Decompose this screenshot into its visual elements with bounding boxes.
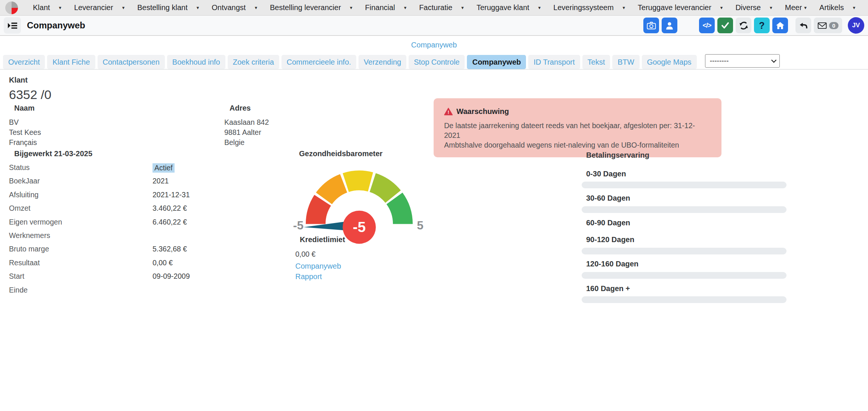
- tab-klant-fiche[interactable]: Klant Fiche: [47, 55, 95, 69]
- menu-item-ontvangst[interactable]: Ontvangst▾: [212, 3, 257, 12]
- menu-item-diverse[interactable]: Diverse▾: [735, 3, 772, 12]
- tab-btw[interactable]: BTW: [612, 55, 639, 69]
- table-row: BoekJaar2021: [9, 177, 218, 190]
- envelope-icon: [818, 22, 827, 29]
- menu-item-klant[interactable]: Klant▾: [33, 3, 61, 12]
- warning-line: De laatste jaarrekening dateert reeds va…: [444, 121, 711, 140]
- chevron-down-icon: ▾: [122, 5, 125, 10]
- aging-bucket-bar: [582, 296, 787, 303]
- contact-person-button[interactable]: [662, 18, 677, 33]
- chevron-down-icon: ▾: [770, 5, 772, 10]
- tab-zoek-criteria[interactable]: Zoek criteria: [228, 55, 279, 69]
- menu-item-facturatie[interactable]: Facturatie▾: [419, 3, 464, 12]
- chevron-down-icon: ▾: [404, 5, 407, 10]
- companyweb-link[interactable]: Companyweb: [295, 262, 341, 270]
- chevron-down-icon: ▾: [255, 5, 257, 10]
- camera-button[interactable]: [643, 18, 659, 33]
- menu-item-leveringssysteem[interactable]: Leveringssysteem▾: [553, 3, 625, 12]
- rapport-link[interactable]: Rapport: [295, 272, 322, 281]
- table-row: Bruto marge5.362,68 €: [9, 245, 218, 258]
- code-button[interactable]: </>: [699, 18, 715, 33]
- adres-heading: Adres: [230, 104, 269, 112]
- app-logo-icon: [5, 1, 18, 14]
- aging-bucket-label: 160 Dagen +: [586, 284, 630, 293]
- tab-bar: Overzicht Klant Fiche Contactpersonen Bo…: [0, 54, 868, 69]
- top-menu-bar: Klant▾ Leverancier▾ Bestelling klant▾ On…: [0, 0, 868, 16]
- check-icon: [721, 21, 730, 30]
- tab-contactpersonen[interactable]: Contactpersonen: [98, 55, 165, 69]
- betalingservaring-heading: Betalingservaring: [586, 151, 787, 160]
- betalingservaring-section: Betalingservaring 0-30 Dagen 30-60 Dagen…: [582, 151, 787, 160]
- adres-line: Kaaslaan 842: [224, 117, 269, 127]
- chevron-down-icon: ▾: [59, 5, 62, 10]
- tab-commercieele-info[interactable]: Commercieele info.: [281, 55, 356, 69]
- aging-bucket-label: 90-120 Dagen: [586, 235, 634, 244]
- table-row: StatusActief: [9, 163, 218, 177]
- undo-button[interactable]: [795, 18, 811, 33]
- naam-line: BV: [9, 117, 41, 127]
- chevron-down-icon: [771, 58, 776, 63]
- gauge-max-label: 5: [417, 219, 424, 232]
- naam-section: Naam BV Test Kees Français: [9, 104, 41, 148]
- tab-stop-controle[interactable]: Stop Controle: [409, 55, 465, 69]
- menu-item-teruggave-leverancier[interactable]: Teruggave leverancier▾: [638, 3, 723, 12]
- confirm-button[interactable]: [717, 18, 733, 33]
- tab-overflow-select[interactable]: --------: [705, 54, 780, 68]
- chevron-down-icon: ▾: [623, 5, 625, 10]
- menu-item-artikels[interactable]: Artikels▾: [819, 3, 855, 12]
- chevron-down-icon: ▾: [804, 5, 807, 10]
- breadcrumb-companyweb-link[interactable]: Companyweb: [411, 41, 457, 49]
- table-row: Werknemers: [9, 231, 218, 245]
- menu-item-bestelling-leverancier[interactable]: Bestelling leverancier▾: [270, 3, 353, 12]
- klant-label: Klant: [9, 76, 51, 84]
- menu-item-bestelling-klant[interactable]: Bestelling klant▾: [137, 3, 199, 12]
- gauge-chart: -5 -5 5: [290, 164, 429, 245]
- kredietlimiet-amount: 0,00 €: [295, 250, 345, 259]
- kredietlimiet-section: Kredietlimiet 0,00 € Companyweb Rapport: [295, 235, 345, 282]
- tab-overzicht[interactable]: Overzicht: [3, 55, 45, 69]
- aging-bucket-label: 30-60 Dagen: [586, 194, 630, 203]
- tab-companyweb[interactable]: Companyweb: [467, 55, 526, 69]
- camera-icon: [647, 22, 656, 30]
- home-button[interactable]: [772, 18, 788, 33]
- tab-verzending[interactable]: Verzending: [358, 55, 406, 69]
- question-icon: ?: [759, 20, 764, 31]
- warning-triangle-icon: !: [444, 108, 453, 115]
- chevron-down-icon: ▾: [197, 5, 199, 10]
- undo-arrow-icon: [799, 21, 808, 30]
- menu-item-teruggave-klant[interactable]: Teruggave klant▾: [477, 3, 541, 12]
- adres-section: Adres Kaaslaan 842 9881 Aalter Belgie: [224, 104, 269, 148]
- refresh-button[interactable]: [736, 18, 751, 33]
- aging-bucket-bar: [582, 206, 787, 213]
- tab-id-transport[interactable]: ID Transport: [528, 55, 580, 69]
- status-badge: Actief: [153, 163, 175, 173]
- tab-tekst[interactable]: Tekst: [582, 55, 610, 69]
- aging-bucket-bar: [582, 272, 787, 279]
- chevron-down-icon: ▾: [461, 5, 464, 10]
- menu-item-meer[interactable]: Meer▾: [785, 3, 807, 12]
- tab-google-maps[interactable]: Google Maps: [642, 55, 697, 69]
- table-row: Einde: [9, 286, 218, 299]
- klant-header: Klant 6352 /0: [9, 76, 51, 102]
- naam-heading: Naam: [14, 104, 41, 112]
- help-button[interactable]: ?: [754, 18, 770, 33]
- table-row: Omzet3.460,22 €: [9, 204, 218, 217]
- chevron-down-icon: ▾: [538, 5, 541, 10]
- details-heading: Bijgewerkt 21-03-2025: [14, 149, 218, 158]
- tab-boekhoud-info[interactable]: Boekhoud info: [167, 55, 225, 69]
- sidebar-toggle-icon: [7, 21, 18, 30]
- svg-text:!: !: [447, 110, 449, 115]
- aging-bucket-bar: [582, 182, 787, 188]
- mail-count-badge: 0: [829, 22, 838, 29]
- sidebar-toggle-button[interactable]: [4, 17, 21, 34]
- menu-item-leverancier[interactable]: Leverancier▾: [74, 3, 124, 12]
- code-icon: </>: [702, 22, 711, 30]
- home-icon: [776, 21, 785, 30]
- aging-bucket-label: 120-160 Dagen: [586, 260, 638, 268]
- warning-line: Ambtshalve doorgehaald wegens niet-nalev…: [444, 140, 711, 150]
- mail-button[interactable]: 0: [814, 18, 842, 33]
- user-avatar[interactable]: JV: [848, 17, 864, 34]
- naam-line: Test Kees: [9, 127, 41, 137]
- menu-item-financial[interactable]: Financial▾: [365, 3, 407, 12]
- gauge-segment-3: [343, 170, 373, 192]
